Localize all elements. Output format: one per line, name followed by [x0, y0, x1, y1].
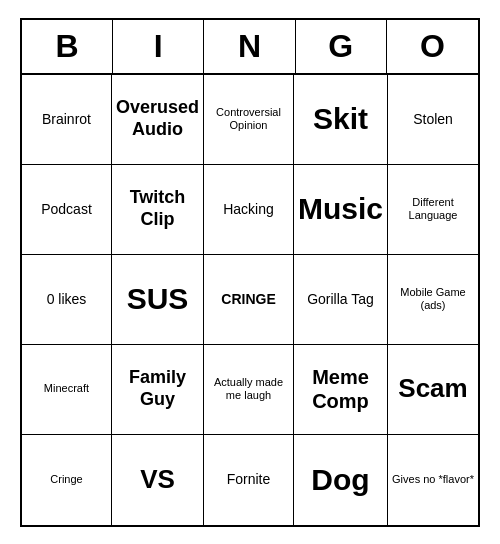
- bingo-cell: Cringe: [22, 435, 112, 525]
- bingo-cell: Stolen: [388, 75, 478, 165]
- bingo-cell: Minecraft: [22, 345, 112, 435]
- bingo-cell: Mobile Game (ads): [388, 255, 478, 345]
- bingo-cell: Skit: [294, 75, 388, 165]
- bingo-header: BINGO: [22, 20, 478, 75]
- bingo-cell: Gives no *flavor*: [388, 435, 478, 525]
- bingo-grid: BrainrotOverused AudioControversial Opin…: [22, 75, 478, 525]
- bingo-card: BINGO BrainrotOverused AudioControversia…: [20, 18, 480, 527]
- bingo-cell: Gorilla Tag: [294, 255, 388, 345]
- bingo-cell: Meme Comp: [294, 345, 388, 435]
- bingo-cell: CRINGE: [204, 255, 294, 345]
- bingo-cell: Music: [294, 165, 388, 255]
- bingo-cell: Different Language: [388, 165, 478, 255]
- bingo-cell: Dog: [294, 435, 388, 525]
- bingo-cell: VS: [112, 435, 204, 525]
- bingo-cell: Brainrot: [22, 75, 112, 165]
- bingo-cell: Twitch Clip: [112, 165, 204, 255]
- header-letter: I: [113, 20, 204, 73]
- bingo-cell: Podcast: [22, 165, 112, 255]
- bingo-cell: Actually made me laugh: [204, 345, 294, 435]
- bingo-cell: Fornite: [204, 435, 294, 525]
- header-letter: G: [296, 20, 387, 73]
- header-letter: O: [387, 20, 478, 73]
- header-letter: B: [22, 20, 113, 73]
- bingo-cell: 0 likes: [22, 255, 112, 345]
- bingo-cell: Scam: [388, 345, 478, 435]
- bingo-cell: SUS: [112, 255, 204, 345]
- bingo-cell: Family Guy: [112, 345, 204, 435]
- bingo-cell: Overused Audio: [112, 75, 204, 165]
- bingo-cell: Controversial Opinion: [204, 75, 294, 165]
- header-letter: N: [204, 20, 295, 73]
- bingo-cell: Hacking: [204, 165, 294, 255]
